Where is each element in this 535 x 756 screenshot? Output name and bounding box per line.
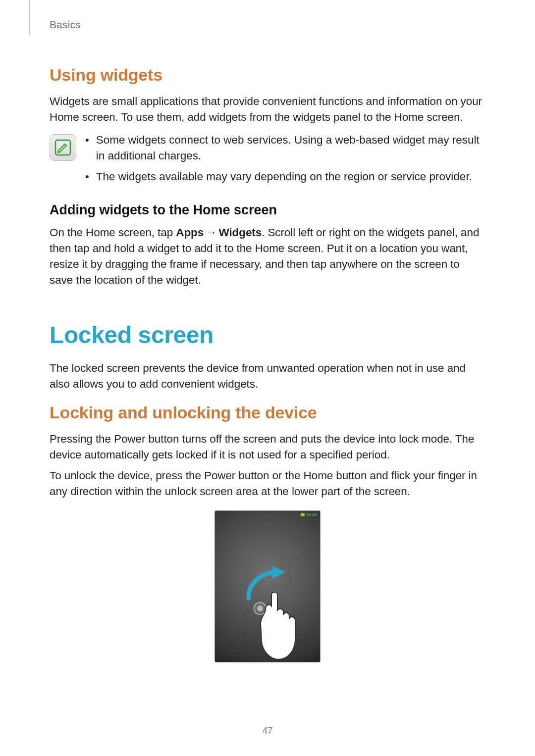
heading-locked-screen: Locked screen bbox=[50, 321, 485, 349]
paragraph-lock-1: Pressing the Power button turns off the … bbox=[50, 431, 485, 463]
instruction-text: On the Home screen, tap bbox=[50, 226, 176, 239]
bullet-dot-icon: • bbox=[85, 169, 89, 185]
device-illustration: 10:00 bbox=[214, 510, 321, 662]
device-figure: 10:00 bbox=[50, 510, 485, 662]
status-time: 10:00 bbox=[306, 512, 317, 517]
note-icon bbox=[50, 134, 76, 161]
status-bar: 10:00 bbox=[301, 512, 317, 517]
note-text: Some widgets connect to web services. Us… bbox=[96, 132, 485, 164]
paragraph-locked-intro: The locked screen prevents the device fr… bbox=[50, 360, 485, 392]
paragraph-add-widget-instruction: On the Home screen, tap Apps→Widgets. Sc… bbox=[50, 225, 485, 288]
note-block: • Some widgets connect to web services. … bbox=[50, 132, 485, 190]
note-list: • Some widgets connect to web services. … bbox=[85, 132, 485, 190]
ui-label-widgets: Widgets bbox=[219, 226, 262, 239]
ui-label-apps: Apps bbox=[176, 226, 204, 239]
hand-pointer-icon bbox=[255, 585, 319, 662]
battery-icon bbox=[301, 513, 305, 516]
note-item: • The widgets available may vary dependi… bbox=[85, 169, 485, 185]
bullet-dot-icon: • bbox=[85, 132, 89, 164]
heading-lock-unlock: Locking and unlocking the device bbox=[50, 403, 485, 422]
pencil-note-icon bbox=[53, 138, 73, 157]
arrow-right-icon: → bbox=[204, 225, 218, 241]
note-item: • Some widgets connect to web services. … bbox=[85, 132, 485, 164]
paragraph-lock-2: To unlock the device, press the Power bu… bbox=[50, 468, 485, 500]
page-number: 47 bbox=[0, 725, 535, 736]
page-content: Using widgets Widgets are small applicat… bbox=[50, 15, 485, 662]
heading-adding-widgets: Adding widgets to the Home screen bbox=[50, 202, 485, 218]
note-text: The widgets available may vary depending… bbox=[96, 169, 472, 185]
heading-using-widgets: Using widgets bbox=[50, 65, 485, 85]
document-page: Basics Using widgets Widgets are small a… bbox=[0, 0, 535, 756]
paragraph-widgets-intro: Widgets are small applications that prov… bbox=[50, 94, 485, 125]
header-rule bbox=[29, 0, 30, 35]
breadcrumb: Basics bbox=[50, 19, 81, 31]
